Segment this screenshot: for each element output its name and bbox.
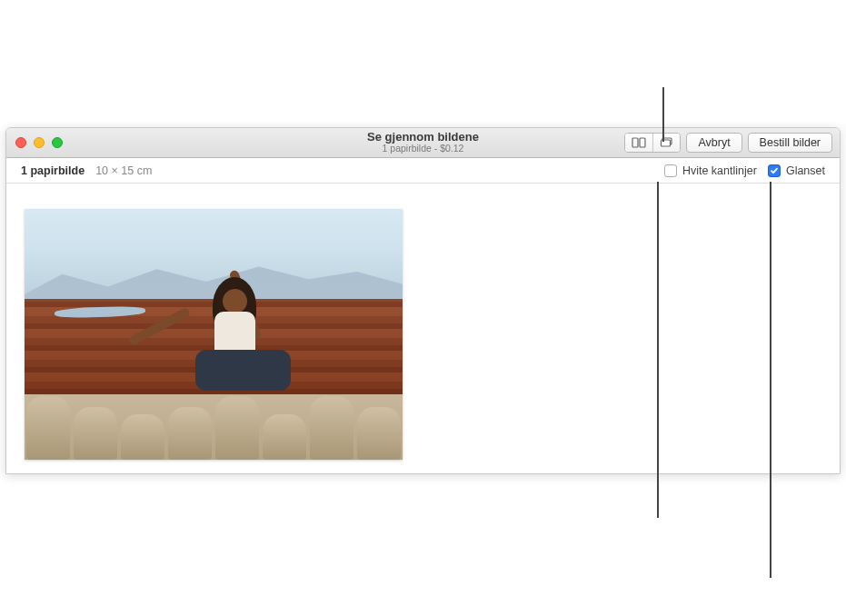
print-options-bar: 1 papirbilde 10 × 15 cm Hvite kantlinjer… [6,158,840,184]
print-size-label: 10 × 15 cm [95,164,152,177]
white-borders-option[interactable]: Hvite kantlinjer [664,164,757,177]
cancel-button-label: Avbryt [698,136,730,149]
view-spread-button[interactable] [625,134,652,152]
photo-thumbnail[interactable] [25,209,403,460]
titlebar: Se gjennom bildene 1 papirbilde - $0.12 [6,128,840,158]
callout-line [657,182,659,518]
print-count-label: 1 papirbilde [21,164,85,177]
order-photos-button[interactable]: Bestill bilder [748,133,832,153]
zoom-window-button[interactable] [52,137,63,148]
white-borders-label: Hvite kantlinjer [682,164,757,177]
cancel-button[interactable]: Avbryt [686,133,741,153]
order-photos-button-label: Bestill bilder [760,136,821,149]
glossy-option[interactable]: Glanset [768,164,825,177]
svg-rect-1 [640,138,645,147]
close-window-button[interactable] [15,137,26,148]
print-order-window: Se gjennom bildene 1 papirbilde - $0.12 [5,127,841,474]
photo-preview-area [6,184,840,474]
view-mode-segment [624,133,681,153]
view-stack-button[interactable] [652,134,680,152]
glossy-checkbox[interactable] [768,164,781,177]
glossy-label: Glanset [786,164,825,177]
white-borders-checkbox[interactable] [664,164,677,177]
callout-line [770,182,771,578]
callout-line [662,87,664,142]
window-controls [6,137,63,148]
svg-rect-0 [632,138,638,147]
book-spread-icon [632,137,646,148]
minimize-window-button[interactable] [34,137,45,148]
check-icon [770,166,779,175]
